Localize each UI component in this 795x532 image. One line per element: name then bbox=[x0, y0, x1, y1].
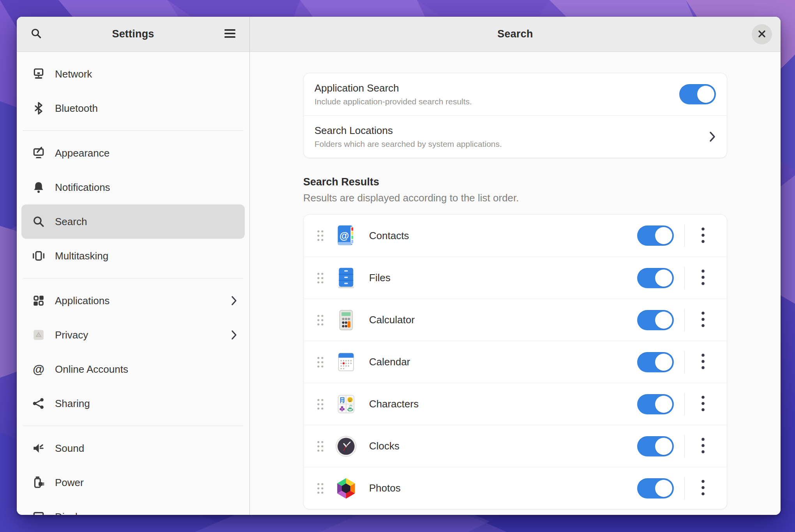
drag-handle-icon[interactable] bbox=[315, 396, 325, 413]
result-label: Contacts bbox=[369, 230, 409, 242]
row-divider bbox=[684, 351, 685, 373]
kebab-menu-icon bbox=[701, 352, 705, 372]
sidebar-item-search[interactable]: Search bbox=[21, 204, 245, 239]
calculator-toggle[interactable] bbox=[637, 310, 674, 330]
toggle-knob bbox=[655, 480, 672, 497]
drag-handle-icon[interactable] bbox=[315, 270, 325, 287]
search-icon bbox=[30, 27, 42, 41]
svg-text:@: @ bbox=[339, 230, 349, 241]
result-row-calendar: Calendar bbox=[304, 341, 727, 383]
sidebar-item-label: Power bbox=[55, 477, 84, 489]
close-button[interactable] bbox=[752, 24, 772, 44]
calendar-toggle[interactable] bbox=[637, 352, 674, 372]
sidebar-item-applications[interactable]: Applications bbox=[21, 284, 245, 318]
files-menu-button[interactable] bbox=[694, 267, 712, 289]
result-row-contacts: @ Contacts bbox=[304, 215, 727, 257]
sound-icon bbox=[32, 441, 46, 455]
settings-window: Settings Network Bluetooth bbox=[17, 17, 781, 515]
primary-menu-button[interactable] bbox=[221, 26, 238, 43]
sidebar-search-button[interactable] bbox=[28, 26, 45, 43]
sidebar-item-label: Appearance bbox=[55, 147, 110, 159]
sidebar-item-label: Notifications bbox=[55, 181, 110, 194]
hamburger-icon bbox=[224, 28, 236, 40]
search-locations-title: Search Locations bbox=[314, 125, 502, 137]
sidebar-item-power[interactable]: Power bbox=[21, 465, 245, 500]
files-app-icon bbox=[334, 266, 358, 290]
drag-handle-icon[interactable] bbox=[315, 480, 325, 497]
sidebar-item-label: Multitasking bbox=[55, 250, 108, 262]
drag-handle-icon[interactable] bbox=[315, 438, 325, 455]
row-divider bbox=[684, 477, 685, 500]
toggle-knob bbox=[655, 396, 672, 413]
appearance-icon bbox=[32, 146, 46, 160]
row-divider bbox=[684, 309, 685, 331]
result-label: Clocks bbox=[369, 440, 399, 452]
main-panel: Search Application Search Include applic… bbox=[250, 17, 781, 515]
application-search-row: Application Search Include application-p… bbox=[304, 73, 727, 115]
chevron-right-icon bbox=[709, 130, 716, 143]
sidebar-item-label: Applications bbox=[55, 295, 110, 307]
toggle-knob bbox=[655, 227, 672, 244]
characters-toggle[interactable] bbox=[637, 394, 674, 414]
chevron-right-icon bbox=[231, 330, 237, 340]
notifications-icon bbox=[32, 180, 46, 194]
network-icon bbox=[32, 67, 46, 81]
search-locations-subtitle: Folders which are searched by system app… bbox=[314, 139, 502, 149]
characters-menu-button[interactable] bbox=[694, 393, 712, 415]
result-label: Characters bbox=[369, 398, 419, 410]
contacts-menu-button[interactable] bbox=[694, 225, 712, 247]
power-icon bbox=[32, 476, 46, 490]
sidebar-item-displays[interactable]: Displays bbox=[21, 500, 245, 515]
online-accounts-icon: @ bbox=[32, 362, 46, 376]
sidebar-item-bluetooth[interactable]: Bluetooth bbox=[21, 91, 245, 125]
privacy-icon bbox=[32, 328, 46, 342]
contacts-toggle[interactable] bbox=[637, 225, 674, 246]
photos-app-icon bbox=[334, 476, 358, 500]
sidebar-item-privacy[interactable]: Privacy bbox=[21, 318, 245, 352]
calculator-app-icon bbox=[334, 308, 358, 332]
multitasking-icon bbox=[32, 249, 46, 263]
page-title: Search bbox=[497, 28, 533, 40]
drag-handle-icon[interactable] bbox=[315, 354, 325, 371]
sidebar-item-sharing[interactable]: Sharing bbox=[21, 386, 245, 421]
sidebar-group-divider bbox=[23, 426, 244, 426]
row-divider bbox=[684, 267, 685, 289]
calculator-menu-button[interactable] bbox=[694, 309, 712, 331]
kebab-menu-icon bbox=[701, 310, 705, 329]
contacts-app-icon: @ bbox=[334, 224, 358, 248]
sidebar-item-label: Network bbox=[55, 68, 92, 80]
sidebar-item-notifications[interactable]: Notifications bbox=[21, 170, 245, 204]
clocks-toggle[interactable] bbox=[637, 436, 674, 456]
toggle-knob bbox=[655, 354, 672, 371]
sidebar-item-label: Sharing bbox=[55, 398, 90, 410]
result-label: Files bbox=[369, 272, 390, 284]
svg-text:@: @ bbox=[33, 363, 44, 376]
sidebar-item-multitasking[interactable]: Multitasking bbox=[21, 239, 245, 273]
calendar-menu-button[interactable] bbox=[694, 351, 712, 373]
sidebar-item-online-accounts[interactable]: @ Online Accounts bbox=[21, 352, 245, 386]
clocks-menu-button[interactable] bbox=[694, 435, 712, 457]
files-toggle[interactable] bbox=[637, 268, 674, 288]
drag-handle-icon[interactable] bbox=[315, 227, 325, 244]
photos-menu-button[interactable] bbox=[694, 477, 712, 499]
application-search-toggle[interactable] bbox=[679, 84, 716, 104]
application-search-subtitle: Include application-provided search resu… bbox=[314, 97, 472, 106]
result-label: Photos bbox=[369, 482, 401, 494]
result-label: Calendar bbox=[369, 356, 410, 368]
toggle-knob bbox=[655, 438, 672, 455]
result-row-files: Files bbox=[304, 257, 727, 299]
result-row-photos: Photos bbox=[304, 467, 727, 509]
result-row-calculator: Calculator bbox=[304, 299, 727, 341]
sidebar-item-label: Search bbox=[55, 216, 87, 228]
sidebar-item-label: Bluetooth bbox=[55, 102, 98, 115]
sidebar-item-sound[interactable]: Sound bbox=[21, 431, 245, 465]
sidebar-item-network[interactable]: Network bbox=[21, 57, 245, 91]
row-divider bbox=[684, 393, 685, 416]
sidebar-nav: Network Bluetooth Appearance No bbox=[17, 52, 249, 515]
photos-toggle[interactable] bbox=[637, 478, 674, 499]
toggle-knob bbox=[655, 312, 672, 329]
chevron-right-icon bbox=[231, 296, 237, 306]
drag-handle-icon[interactable] bbox=[315, 312, 325, 329]
sidebar-item-appearance[interactable]: Appearance bbox=[21, 136, 245, 170]
search-locations-row[interactable]: Search Locations Folders which are searc… bbox=[304, 116, 727, 158]
